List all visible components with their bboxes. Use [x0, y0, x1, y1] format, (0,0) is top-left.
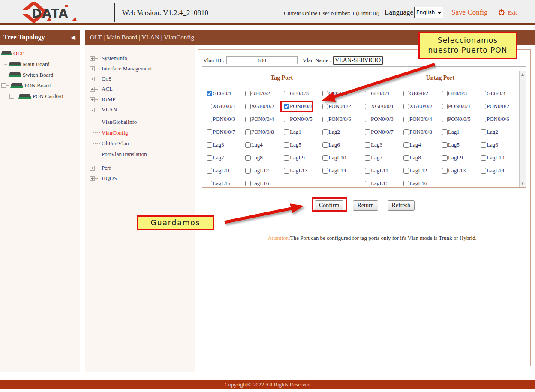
untag-port-cell-pon0-0-2[interactable]: PON0/0/2 — [481, 100, 519, 113]
tag-port-checkbox-pon0-0-8[interactable] — [245, 129, 251, 135]
return-button[interactable]: Return — [353, 200, 378, 211]
refresh-button[interactable]: Refresh — [388, 200, 415, 211]
nav-item-igmp[interactable]: +IGMP — [85, 94, 195, 105]
tag-port-cell-lag6[interactable]: Lag6 — [322, 138, 361, 151]
tag-port-cell-pon0-0-8[interactable]: PON0/0/8 — [245, 126, 284, 138]
nav-subitem-portvlantranslation[interactable]: PortVlanTranslation — [93, 149, 195, 159]
minus-box-icon[interactable]: - — [90, 108, 95, 112]
tag-port-checkbox-lagl13[interactable] — [284, 168, 289, 174]
untag-port-checkbox-ge0-0-3[interactable] — [442, 91, 448, 96]
untag-port-checkbox-lag6[interactable] — [481, 142, 486, 148]
tag-port-cell-lagl14[interactable]: LagL14 — [322, 164, 361, 177]
untag-port-cell-lag5[interactable]: Lag5 — [442, 138, 481, 151]
nav-item-systeminfo[interactable]: +SystemInfo — [85, 53, 195, 63]
tag-port-cell-lagl10[interactable]: LagL10 — [322, 151, 361, 164]
untag-port-cell-pon0-0-7[interactable]: PON0/0/7 — [365, 126, 403, 138]
tag-port-checkbox-ge0-0-3[interactable] — [284, 91, 289, 96]
untag-port-checkbox-lag5[interactable] — [442, 142, 448, 148]
tag-port-cell-lagl16[interactable]: LagL16 — [245, 177, 284, 188]
untag-port-cell-lagl12[interactable]: LagL12 — [403, 164, 442, 177]
tag-port-cell-ge0-0-2[interactable]: GE0/0/2 — [245, 87, 284, 100]
scroll-down-icon[interactable]: ▼ — [520, 180, 526, 187]
untag-port-checkbox-lag4[interactable] — [403, 142, 409, 148]
tag-port-checkbox-lag8[interactable] — [245, 155, 251, 161]
untag-port-checkbox-ge0-0-1[interactable] — [365, 91, 370, 96]
tree-item-switch-board[interactable]: –Switch Board — [0, 69, 80, 80]
scrollbar-track[interactable] — [520, 78, 526, 180]
confirm-button[interactable]: Confirm — [315, 200, 343, 211]
tag-port-cell-lagl11[interactable]: LagL11 — [207, 164, 245, 177]
plus-box-icon[interactable]: + — [90, 166, 95, 171]
untag-port-cell-lagl13[interactable]: LagL13 — [442, 164, 481, 177]
tag-port-checkbox-lag4[interactable] — [245, 142, 251, 148]
tag-port-checkbox-pon0-0-1[interactable] — [284, 104, 289, 109]
tag-port-cell-lag3[interactable]: Lag3 — [207, 138, 245, 151]
tag-port-cell-lag5[interactable]: Lag5 — [284, 138, 322, 151]
untag-port-cell-lag8[interactable]: Lag8 — [403, 151, 442, 164]
plus-box-icon[interactable]: + — [90, 56, 95, 61]
tag-port-cell-lag7[interactable]: Lag7 — [207, 151, 245, 164]
tag-port-checkbox-lag7[interactable] — [207, 155, 212, 161]
tag-port-checkbox-pon0-0-6[interactable] — [322, 117, 328, 122]
tag-port-cell-xge0-0-1[interactable]: XGE0/0/1 — [207, 100, 245, 113]
tag-port-checkbox-lagl10[interactable] — [322, 155, 328, 161]
untag-port-checkbox-lag8[interactable] — [403, 155, 409, 161]
tag-port-checkbox-lag6[interactable] — [322, 142, 328, 148]
untag-port-checkbox-lagl11[interactable] — [365, 168, 370, 174]
tag-port-cell-lagl9[interactable]: LagL9 — [284, 151, 322, 164]
untag-port-cell-xge0-0-1[interactable]: XGE0/0/1 — [365, 100, 403, 113]
untag-port-checkbox-pon0-0-7[interactable] — [365, 129, 370, 135]
plus-box-icon[interactable]: + — [90, 97, 95, 102]
scroll-up-icon[interactable]: ▲ — [520, 71, 526, 78]
untag-port-checkbox-xge0-0-1[interactable] — [365, 104, 370, 109]
tag-port-cell-pon0-0-7[interactable]: PON0/0/7 — [207, 126, 245, 138]
untag-port-checkbox-pon0-0-8[interactable] — [403, 129, 409, 135]
nav-subitem-vlanconfig[interactable]: VlanConfig — [93, 127, 195, 138]
untag-port-checkbox-lagl13[interactable] — [442, 168, 448, 174]
language-select[interactable]: English — [414, 7, 443, 18]
nav-subitem-vlanglobalinfo[interactable]: VlanGlobalInfo — [93, 117, 195, 127]
tag-port-cell-pon0-0-1[interactable]: PON0/0/1 — [284, 100, 322, 113]
tag-port-checkbox-lag1[interactable] — [284, 129, 289, 135]
tag-port-checkbox-pon0-0-4[interactable] — [245, 117, 251, 122]
untag-port-cell-pon0-0-3[interactable]: PON0/0/3 — [365, 113, 403, 126]
port-table-scrollbar[interactable]: ▲ ▼ — [519, 71, 526, 187]
tree-item-main-board[interactable]: –Main Board — [0, 59, 80, 69]
tag-port-cell-lagl15[interactable]: LagL15 — [207, 177, 245, 188]
untag-port-checkbox-pon0-0-5[interactable] — [442, 117, 448, 122]
untag-port-cell-lagl16[interactable]: LagL16 — [403, 177, 442, 188]
tag-port-cell-lag1[interactable]: Lag1 — [284, 126, 322, 138]
untag-port-cell-lagl15[interactable]: LagL15 — [365, 177, 403, 188]
tag-port-checkbox-ge0-0-2[interactable] — [245, 91, 251, 96]
tag-port-checkbox-lag5[interactable] — [284, 142, 289, 148]
untag-port-cell-ge0-0-4[interactable]: GE0/0/4 — [481, 87, 519, 100]
tag-port-checkbox-lag3[interactable] — [207, 142, 212, 148]
untag-port-checkbox-pon0-0-1[interactable] — [442, 104, 448, 109]
tag-port-cell-pon0-0-4[interactable]: PON0/0/4 — [245, 113, 284, 126]
tag-port-checkbox-pon0-0-3[interactable] — [207, 117, 212, 122]
plus-box-icon[interactable]: + — [90, 87, 95, 92]
nav-item-acl[interactable]: +ACL — [85, 84, 195, 94]
untag-port-cell-ge0-0-1[interactable]: GE0/0/1 — [365, 87, 403, 100]
tag-port-cell-ge0-0-4[interactable]: GE0/0/4 — [322, 87, 361, 100]
tag-port-cell-ge0-0-1[interactable]: GE0/0/1 — [207, 87, 245, 100]
untag-port-cell-pon0-0-4[interactable]: PON0/0/4 — [403, 113, 442, 126]
untag-port-checkbox-lag7[interactable] — [365, 155, 370, 161]
untag-port-cell-lag4[interactable]: Lag4 — [403, 138, 442, 151]
untag-port-checkbox-lag3[interactable] — [365, 142, 370, 148]
tag-port-checkbox-pon0-0-7[interactable] — [207, 129, 212, 135]
untag-port-checkbox-lagl9[interactable] — [442, 155, 448, 161]
tag-port-checkbox-ge0-0-1[interactable] — [207, 91, 212, 96]
untag-port-checkbox-ge0-0-4[interactable] — [481, 91, 486, 96]
tag-port-checkbox-ge0-0-4[interactable] — [322, 91, 328, 96]
untag-port-checkbox-lagl10[interactable] — [481, 155, 486, 161]
tag-port-checkbox-xge0-0-1[interactable] — [207, 104, 212, 109]
tag-port-cell-pon0-0-3[interactable]: PON0/0/3 — [207, 113, 245, 126]
untag-port-checkbox-pon0-0-3[interactable] — [365, 117, 370, 122]
untag-port-cell-pon0-0-8[interactable]: PON0/0/8 — [403, 126, 442, 138]
tag-port-cell-lagl12[interactable]: LagL12 — [245, 164, 284, 177]
untag-port-checkbox-xge0-0-2[interactable] — [403, 104, 409, 109]
untag-port-cell-pon0-0-1[interactable]: PON0/0/1 — [442, 100, 481, 113]
tag-port-cell-lag2[interactable]: Lag2 — [322, 126, 361, 138]
untag-port-checkbox-ge0-0-2[interactable] — [403, 91, 409, 96]
